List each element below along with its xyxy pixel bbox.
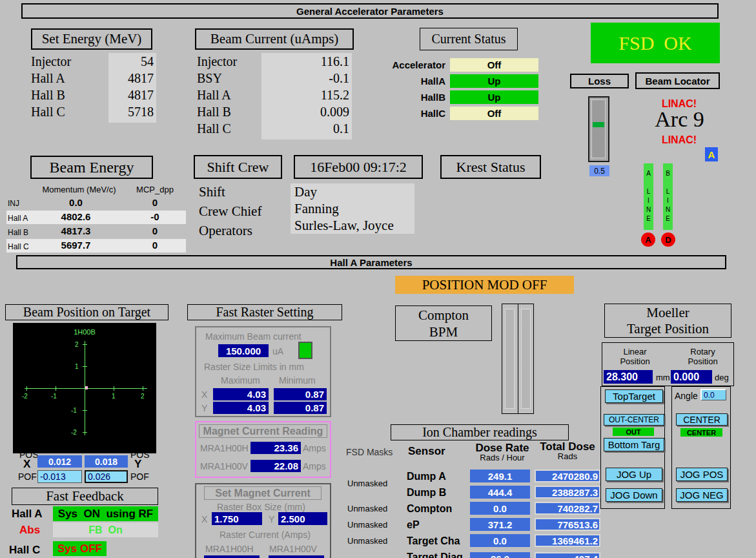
hall-a-parameters-title: Hall A Parameters bbox=[330, 257, 412, 268]
beam-energy-title: Beam Energy bbox=[50, 159, 134, 176]
jog-neg-button[interactable]: JOG NEG bbox=[676, 488, 728, 502]
right-position-bar bbox=[521, 309, 531, 409]
beam-current-title: Beam Current (uAmps) bbox=[210, 31, 338, 47]
pof-x-label: POF bbox=[18, 471, 37, 482]
compton-bpm-button[interactable]: Compton BPM bbox=[395, 305, 492, 341]
jog-down-button[interactable]: JOG Down bbox=[606, 488, 662, 502]
krest-status-button[interactable]: Krest Status bbox=[440, 155, 541, 179]
sensor-name: Target Cha bbox=[407, 535, 460, 547]
beam-locator-button[interactable]: Beam Locator bbox=[635, 72, 720, 89]
beam-energy-row: INJ 0.0 0 bbox=[6, 196, 186, 210]
beam-current-row-label: Hall B bbox=[197, 105, 231, 119]
set-x-label: X bbox=[201, 514, 207, 524]
shift-crew-title: Shift Crew bbox=[207, 159, 269, 176]
datetime-display: 16Feb00 09:17:2 bbox=[294, 155, 423, 179]
mcp-dpp-value: 0 bbox=[132, 225, 178, 236]
axis-tick bbox=[114, 386, 114, 391]
out-center-button[interactable]: OUT-CENTER bbox=[604, 414, 664, 426]
minimum-column-header: Minimum bbox=[279, 375, 316, 386]
momentum-value: 0.0 bbox=[36, 197, 116, 208]
loss-button[interactable]: Loss bbox=[570, 74, 629, 88]
mcp-dpp-column-header: MCP_dpp bbox=[132, 185, 178, 194]
set-energy-value: 4817 bbox=[108, 71, 154, 85]
jog-up-button[interactable]: JOG Up bbox=[606, 468, 662, 481]
momentum-value: 5697.7 bbox=[36, 240, 116, 251]
y-tick-label: -2 bbox=[71, 429, 77, 436]
fast-feedback-hall-a-label: Hall A bbox=[12, 508, 43, 521]
top-target-button[interactable]: TopTarget bbox=[605, 389, 663, 403]
momentum-column-header: Momentum (MeV/c) bbox=[36, 185, 123, 194]
linear-position-input[interactable]: 28.300 bbox=[604, 370, 653, 384]
mra1h00h-readback: 23.36 bbox=[250, 442, 301, 454]
jog-pos-button[interactable]: JOG POS bbox=[676, 468, 728, 481]
compton-bpm-line1: Compton bbox=[418, 307, 469, 324]
dose-rate-unit-header: Rads / Hour bbox=[471, 453, 533, 462]
beam-location-readout: Arc 9 bbox=[642, 107, 717, 132]
shift-crew-button[interactable]: Shift Crew bbox=[194, 155, 282, 179]
sensor-column-header: Sensor bbox=[408, 445, 445, 458]
loss-slider-track[interactable] bbox=[591, 99, 606, 158]
hall-a-status-field: Up bbox=[450, 74, 538, 88]
current-status-title: Current Status bbox=[432, 32, 506, 46]
raster-y-label: Y bbox=[201, 403, 207, 413]
axis-tick bbox=[83, 366, 87, 367]
loss-slider[interactable] bbox=[588, 96, 609, 162]
fsd-status-banner: FSD OK bbox=[591, 23, 720, 63]
hall-b-status-field: Up bbox=[450, 90, 538, 104]
fb-on-status: FB On bbox=[53, 522, 158, 537]
general-parameters-title: General Accelerator Parameters bbox=[296, 6, 444, 17]
datetime-text: 16Feb00 09:17:2 bbox=[310, 159, 407, 176]
axis-tick bbox=[83, 410, 87, 411]
dose-rate-field: 0.0 bbox=[470, 534, 530, 547]
sensor-name: Compton bbox=[407, 503, 452, 515]
set-h-column-header: MRA1H00H bbox=[205, 544, 254, 554]
dose-rate-field: 0.0 bbox=[470, 502, 530, 515]
current-status-header: Current Status bbox=[420, 28, 518, 50]
general-accelerator-screen: General Accelerator Parameters Set Energ… bbox=[0, 0, 756, 558]
beam-energy-row-label: INJ bbox=[8, 199, 19, 208]
raster-x-label: X bbox=[201, 389, 207, 400]
beam-current-value: 0.1 bbox=[261, 121, 349, 136]
hall-a-feedback-status: Sys ON using RF bbox=[53, 506, 158, 521]
set-energy-row-label: Hall C bbox=[31, 105, 65, 119]
a-line-bar: A LINE bbox=[644, 163, 653, 230]
amps-unit: Amps bbox=[303, 461, 326, 471]
moeller-linear-controls-panel: TopTarget OUT-CENTER OUT Bottom Targ JOG… bbox=[600, 386, 665, 509]
mask-status: Unmasked bbox=[347, 520, 387, 530]
b-line-bar: B LINE bbox=[663, 163, 673, 230]
beam-energy-header: Beam Energy bbox=[30, 156, 153, 179]
mra1h00v-label: MRA1H00V bbox=[200, 461, 248, 471]
raster-y-size-input[interactable]: 2.500 bbox=[278, 512, 327, 525]
pos-x-readback: 0.012 bbox=[37, 455, 82, 468]
raster-on-indicator bbox=[298, 342, 312, 359]
max-beam-current-input[interactable]: 150.000 bbox=[218, 344, 269, 357]
axis-tick bbox=[83, 344, 87, 345]
bottom-target-button[interactable]: Bottom Targ bbox=[604, 438, 664, 451]
raster-v-current-field: 24.007 bbox=[269, 555, 324, 558]
linear-position-unit: mm bbox=[656, 373, 670, 382]
total-dose-field: 740282.7 bbox=[535, 502, 600, 515]
total-dose-field: 1369461.2 bbox=[535, 534, 600, 547]
total-dose-field: 2470280.9 bbox=[535, 470, 600, 482]
angle-input[interactable]: 0.0 bbox=[700, 389, 726, 400]
center-button[interactable]: CENTER bbox=[676, 413, 728, 426]
raster-limits-label: Raster Size Limits in mm bbox=[204, 362, 304, 372]
current-status-row-label: Accelerator bbox=[378, 59, 445, 70]
current-status-row-label: HallA bbox=[378, 76, 445, 87]
set-y-label: Y bbox=[269, 514, 274, 524]
pof-x-input[interactable]: -0.013 bbox=[37, 470, 82, 483]
bars-divider bbox=[518, 304, 518, 413]
raster-x-size-input[interactable]: 1.750 bbox=[212, 512, 262, 525]
beam-energy-row: Hall C 5697.7 0 bbox=[6, 239, 186, 253]
moeller-rotary-controls-panel: Angle 0.0 CENTER CENTER JOG POS JOG NEG bbox=[671, 386, 731, 509]
crew-chief-label: Crew Chief bbox=[199, 203, 261, 220]
set-magnet-current-panel: Set Magnet Current Raster Box Size (mm) … bbox=[195, 483, 331, 558]
raster-y-max-field: 4.03 bbox=[213, 402, 269, 414]
rotary-position-input[interactable]: 0.000 bbox=[671, 370, 712, 384]
loss-slider-thumb[interactable] bbox=[593, 122, 604, 127]
crew-chief-value: Fanning bbox=[294, 201, 339, 217]
center-indicator: CENTER bbox=[680, 428, 722, 437]
pof-y-input[interactable]: 0.026 bbox=[85, 470, 128, 483]
x-tick-label: 2 bbox=[141, 393, 145, 400]
operators-value: Surles-Law, Joyce bbox=[294, 218, 394, 234]
